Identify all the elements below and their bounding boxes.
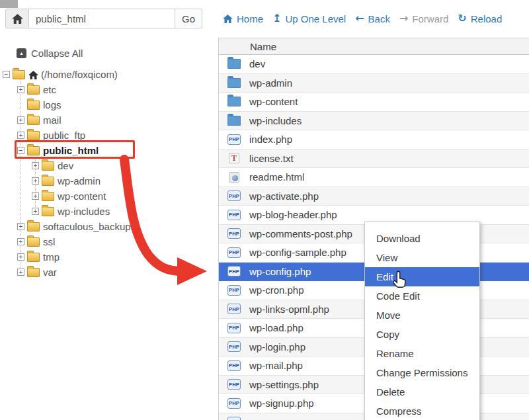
file-row-license-txt[interactable]: Tlicense.txt: [219, 149, 529, 169]
tree-item-etc[interactable]: +etc: [17, 82, 56, 97]
menu-item-compress[interactable]: Compress: [365, 401, 479, 420]
file-manager-screen: Go Home↥Up One Level←Back→Forward↻Reload…: [0, 0, 529, 420]
plus-expander-icon[interactable]: +: [17, 86, 24, 93]
toolbar-forward-button[interactable]: →Forward: [399, 13, 448, 24]
file-name: wp-content: [249, 96, 298, 107]
home-directory-button[interactable]: [5, 9, 29, 28]
php-file-icon: PHP: [227, 379, 241, 390]
file-name: wp-links-opml.php: [249, 304, 329, 315]
menu-item-download[interactable]: Download: [365, 229, 479, 248]
tree-item-wp-content[interactable]: +wp-content: [32, 189, 106, 204]
php-file-icon: PHP: [227, 398, 241, 409]
nav-toolbar: Home↥Up One Level←Back→Forward↻Reload: [223, 9, 502, 28]
file-row-wp-content[interactable]: wp-content: [219, 93, 529, 112]
file-name: wp-includes: [249, 115, 302, 126]
menu-item-copy[interactable]: Copy: [365, 325, 479, 344]
collapse-all-button[interactable]: ▲ Collapse All: [17, 48, 83, 59]
toolbar-reload-button[interactable]: ↻Reload: [458, 13, 502, 24]
path-input[interactable]: [29, 9, 175, 28]
tree-item-softaculous-backups[interactable]: +softaculous_backups: [17, 219, 136, 234]
file-name: wp-login.php: [249, 341, 305, 353]
collapse-all-icon: ▲: [17, 48, 26, 58]
file-name: index.php: [249, 134, 292, 145]
menu-item-code-edit[interactable]: Code Edit: [365, 286, 479, 306]
home-icon: [28, 70, 38, 79]
tree-item-var[interactable]: +var: [17, 265, 57, 280]
tree-item-home-foxqicom[interactable]: −(/home/foxqicom): [3, 67, 118, 82]
forward-icon: →: [399, 13, 408, 24]
plus-expander-icon[interactable]: +: [17, 116, 24, 124]
file-name: wp-mail.php: [249, 360, 303, 371]
toolbar-back-button[interactable]: ←Back: [355, 13, 390, 24]
file-row-wp-admin[interactable]: wp-admin: [219, 74, 529, 93]
plus-expander-icon[interactable]: +: [32, 208, 39, 215]
toolbar-up-one-level-button[interactable]: ↥Up One Level: [272, 13, 346, 24]
file-row-wp-includes[interactable]: wp-includes: [219, 112, 529, 131]
folder-icon: [27, 268, 40, 277]
folder-icon: [27, 237, 40, 247]
php-file-icon: PHP: [227, 285, 241, 296]
file-row-wp-activate-php[interactable]: PHPwp-activate.php: [219, 187, 529, 206]
tree-item-tmp[interactable]: +tmp: [17, 249, 60, 265]
folder-icon: [13, 70, 25, 79]
tree-item-wp-admin[interactable]: +wp-admin: [32, 173, 101, 189]
plus-expander-icon[interactable]: +: [17, 132, 24, 139]
tree-item-label: dev: [58, 160, 73, 171]
menu-item-delete[interactable]: Delete: [365, 382, 479, 401]
php-file-icon: PHP: [227, 247, 241, 258]
minus-expander-icon[interactable]: −: [3, 71, 10, 78]
plus-expander-icon[interactable]: +: [17, 253, 24, 261]
file-row-index-php[interactable]: PHPindex.php: [219, 130, 529, 149]
file-name: wp-activate.php: [249, 190, 319, 202]
menu-item-edit[interactable]: Edit: [365, 267, 479, 286]
home-icon: [223, 15, 233, 23]
blue-folder-icon: [227, 97, 241, 106]
plus-expander-icon[interactable]: +: [32, 162, 39, 169]
tree-item-dev[interactable]: +dev: [32, 158, 73, 173]
file-name: readme.html: [249, 171, 304, 183]
folder-icon: [27, 146, 40, 155]
plus-expander-icon[interactable]: +: [17, 238, 24, 245]
tree-item-label: wp-admin: [58, 175, 101, 187]
plus-expander-icon[interactable]: +: [17, 223, 24, 230]
tree-item-label: ssl: [43, 236, 55, 247]
folder-icon: [42, 161, 54, 171]
file-name: wp-admin: [249, 77, 292, 89]
file-name: dev: [249, 58, 265, 69]
tree-item-label: etc: [43, 84, 56, 95]
tree-item-ssl[interactable]: +ssl: [17, 234, 55, 249]
tree-item-label: public_html: [43, 145, 99, 156]
tree-item-label: logs: [43, 99, 61, 110]
file-name: license.txt: [249, 153, 294, 164]
file-name: wp-config.php: [249, 266, 311, 277]
tree-item-label: mail: [43, 114, 61, 126]
address-bar: Go: [5, 9, 202, 28]
menu-item-rename[interactable]: Rename: [365, 344, 479, 363]
blue-folder-icon: [227, 78, 241, 88]
tree-item-logs[interactable]: logs: [17, 97, 61, 112]
tree-item-label: var: [43, 267, 57, 278]
tree-item-mail[interactable]: +mail: [17, 112, 61, 128]
toolbar-home-button[interactable]: Home: [223, 13, 263, 24]
php-file-icon: PHP: [227, 190, 241, 201]
blue-folder-icon: [227, 59, 241, 69]
menu-item-change-permissions[interactable]: Change Permissions: [365, 363, 479, 382]
file-row-dev[interactable]: dev: [219, 55, 529, 74]
plus-expander-icon[interactable]: +: [32, 192, 39, 200]
tree-item-public-ftp[interactable]: +public_ftp: [17, 128, 85, 143]
tree-item-wp-includes[interactable]: +wp-includes: [32, 204, 110, 219]
plus-expander-icon[interactable]: +: [32, 177, 39, 185]
go-button[interactable]: Go: [175, 9, 202, 28]
minus-expander-icon[interactable]: −: [17, 147, 24, 154]
menu-item-move[interactable]: Move: [365, 306, 479, 325]
menu-item-view[interactable]: View: [365, 248, 479, 267]
column-header-name[interactable]: Name: [219, 38, 529, 55]
tree-item-label: wp-includes: [58, 206, 110, 217]
tree-item-public-html[interactable]: −public_html: [17, 143, 99, 158]
text-file-icon: T: [229, 153, 239, 163]
file-row-readme-html[interactable]: readme.html: [219, 168, 529, 187]
folder-icon: [27, 116, 40, 125]
plus-expander-icon[interactable]: +: [17, 269, 24, 276]
up-icon: ↥: [272, 13, 281, 24]
php-file-icon: PHP: [227, 417, 241, 420]
